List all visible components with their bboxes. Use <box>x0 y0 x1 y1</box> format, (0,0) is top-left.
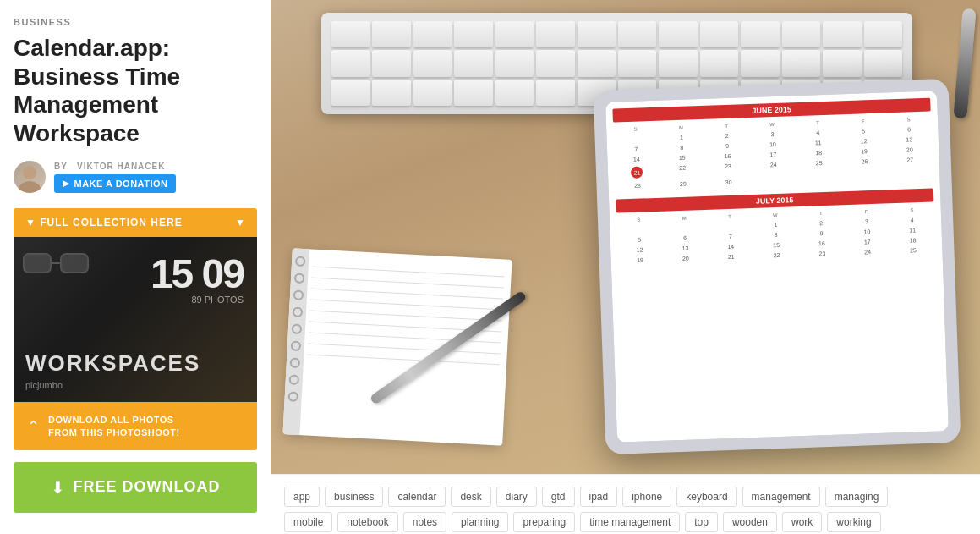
calendar-app: JUNE 2015 S M T W T F S 1 2 3 <box>605 91 949 442</box>
key <box>536 50 574 76</box>
notebook-line <box>309 311 502 322</box>
tag-desk[interactable]: desk <box>451 487 490 507</box>
collection-sub: 89 PHOTOS <box>191 295 244 305</box>
svg-point-10 <box>293 308 303 317</box>
tag-working[interactable]: working <box>827 512 880 532</box>
key <box>700 50 738 76</box>
key <box>823 50 861 76</box>
key <box>864 21 902 47</box>
key <box>454 21 492 47</box>
notebook <box>282 248 512 445</box>
free-download-button[interactable]: ⬇ FREE DOWNLOAD <box>14 462 257 513</box>
key <box>331 50 370 76</box>
tags-row-2: mobilenotebooknotesplanningpreparingtime… <box>284 512 966 532</box>
tag-notebook[interactable]: notebook <box>337 512 397 532</box>
calendar-extra: JULY 2015 S M T W T F S <box>616 188 935 265</box>
tag-managing[interactable]: managing <box>825 487 889 507</box>
key <box>413 50 452 76</box>
tag-mobile[interactable]: mobile <box>284 512 332 532</box>
key <box>495 80 534 106</box>
tags-section: appbusinesscalendardeskdiarygtdipadiphon… <box>271 474 980 534</box>
svg-rect-6 <box>61 254 88 273</box>
key <box>741 50 779 76</box>
tag-calendar[interactable]: calendar <box>388 487 446 507</box>
svg-point-14 <box>290 375 299 384</box>
picjumbo-logo: picjumbo <box>25 380 63 390</box>
collection-arrow-icon: ▼ <box>235 217 245 228</box>
key <box>864 50 902 76</box>
tag-ipad[interactable]: ipad <box>580 487 618 507</box>
svg-point-8 <box>295 274 304 284</box>
svg-point-0 <box>23 166 36 179</box>
download-all-line1: DOWNLOAD ALL PHOTOS <box>48 415 174 425</box>
tag-planning[interactable]: planning <box>452 512 508 532</box>
key <box>823 21 861 47</box>
avatar-image <box>14 161 46 193</box>
tag-business[interactable]: business <box>325 487 383 507</box>
tag-keyboard[interactable]: keyboard <box>676 487 736 507</box>
collection-preview: 15 09 89 PHOTOS WORKSPACES picjumbo <box>14 237 257 402</box>
key <box>618 50 656 76</box>
svg-point-9 <box>294 291 304 300</box>
tag-preparing[interactable]: preparing <box>513 512 575 532</box>
author-prefix: BY <box>54 162 68 171</box>
download-all-line2: FROM THIS PHOTOSHOOT! <box>48 427 180 438</box>
key <box>454 80 492 106</box>
tag-gtd[interactable]: gtd <box>542 487 575 507</box>
key <box>578 21 616 47</box>
key <box>331 80 370 106</box>
calendar-today: 21 <box>615 164 660 181</box>
key <box>536 80 574 106</box>
collection-title: WORKSPACES <box>25 350 200 377</box>
svg-point-1 <box>19 181 41 193</box>
free-download-label: FREE DOWNLOAD <box>74 478 221 496</box>
svg-point-15 <box>289 392 298 401</box>
avatar <box>14 161 46 193</box>
free-download-icon: ⬇ <box>51 477 65 498</box>
notebook-lines <box>307 267 504 366</box>
notebook-line <box>310 289 503 300</box>
calendar-grid: S M T W T F S 1 2 3 4 5 <box>613 115 933 191</box>
notebook-line <box>311 278 504 289</box>
main-title: Calendar.app: Business Time Management W… <box>14 34 257 147</box>
pen-top <box>953 8 976 119</box>
key <box>659 50 697 76</box>
tag-top[interactable]: top <box>685 512 718 532</box>
ipad: JUNE 2015 S M T W T F S 1 2 3 <box>594 79 961 454</box>
donate-button[interactable]: ▶ MAKE A DONATION <box>54 174 176 193</box>
key <box>413 80 452 106</box>
donate-icon: ▶ <box>63 179 70 188</box>
right-panel: JUNE 2015 S M T W T F S 1 2 3 <box>271 0 980 534</box>
collection-bg: 15 09 89 PHOTOS WORKSPACES picjumbo <box>14 237 257 402</box>
author-info: BY VIKTOR HANACEK ▶ MAKE A DONATION <box>54 162 176 193</box>
key <box>700 21 738 47</box>
author-name: BY VIKTOR HANACEK <box>54 162 176 171</box>
collection-number: 15 09 <box>151 254 244 295</box>
key <box>454 50 492 76</box>
tag-diary[interactable]: diary <box>496 487 537 507</box>
tag-app[interactable]: app <box>284 487 320 507</box>
tag-management[interactable]: management <box>742 487 820 507</box>
collection-banner[interactable]: ▼ FULL COLLECTION HERE ▼ <box>14 208 257 237</box>
notebook-line <box>308 343 501 354</box>
tag-work[interactable]: work <box>782 512 822 532</box>
key <box>495 21 534 47</box>
tag-time-management[interactable]: time management <box>580 512 680 532</box>
tag-iphone[interactable]: iphone <box>622 487 671 507</box>
key <box>372 80 410 106</box>
download-all-button[interactable]: ⌃ DOWNLOAD ALL PHOTOS FROM THIS PHOTOSHO… <box>14 402 257 450</box>
main-image: JUNE 2015 S M T W T F S 1 2 3 <box>271 0 980 474</box>
key <box>659 21 697 47</box>
svg-point-11 <box>293 324 302 333</box>
left-panel: BUSINESS Calendar.app: Business Time Man… <box>0 0 271 534</box>
tag-notes[interactable]: notes <box>403 512 446 532</box>
tag-wooden[interactable]: wooden <box>723 512 777 532</box>
svg-point-7 <box>296 257 305 267</box>
key <box>372 21 410 47</box>
glasses-decoration <box>22 245 90 279</box>
key <box>413 21 452 47</box>
author-fullname: VIKTOR HANACEK <box>77 162 165 171</box>
svg-point-13 <box>291 358 300 367</box>
key <box>331 21 370 47</box>
category-label: BUSINESS <box>14 17 257 27</box>
